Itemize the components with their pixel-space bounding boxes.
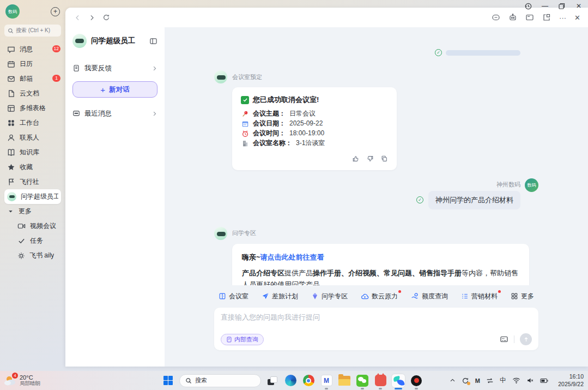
search-icon <box>185 377 192 384</box>
chat-area: ✓ 会议室预定 您已成功取 <box>165 27 588 367</box>
battery-icon[interactable] <box>540 377 549 384</box>
sidebar-item-contacts[interactable]: 联系人 <box>4 130 61 145</box>
alarm-clock-icon <box>241 129 249 137</box>
copy-icon[interactable] <box>380 155 388 163</box>
hand-coin-icon <box>411 292 419 301</box>
sidebar-item-video-meeting[interactable]: 视频会议 <box>4 219 61 233</box>
add-icon[interactable]: + <box>51 7 60 16</box>
wenxue-card: 嗨亲~请点击此处前往查看 产品介绍专区提供产品操作手册、介绍视频、常见问题、销售… <box>232 244 529 286</box>
task-view-button[interactable] <box>266 374 279 387</box>
card-view-icon[interactable] <box>525 13 534 22</box>
chip-wenxue-zone[interactable]: 问学专区 <box>311 292 348 301</box>
sidebar-toggle-icon[interactable] <box>149 37 157 45</box>
history-icon[interactable] <box>523 2 533 10</box>
annotation-icon[interactable] <box>492 13 500 22</box>
chip-meeting-room[interactable]: 会议室 <box>219 292 248 301</box>
sidebar-item-more[interactable]: 更多 <box>4 204 61 219</box>
thumbs-down-icon[interactable] <box>366 155 374 163</box>
sidebar-item-docs[interactable]: 云文档 <box>4 86 61 101</box>
start-button[interactable] <box>161 374 174 387</box>
robot-icon[interactable] <box>508 13 517 22</box>
bot-avatar[interactable] <box>214 70 227 83</box>
close-panel-icon[interactable]: ✕ <box>574 14 580 21</box>
data-transfer-icon[interactable] <box>486 377 494 385</box>
sidebar-item-aily[interactable]: 飞书 aily <box>4 248 61 263</box>
date: 2025/9/22 <box>558 381 584 388</box>
sync-icon[interactable] <box>462 377 469 385</box>
restore-button[interactable] <box>557 2 567 10</box>
weather-widget[interactable]: 4 20°C 局部晴朗 <box>4 374 64 387</box>
chevron-right-icon <box>151 111 157 117</box>
bot-avatar[interactable] <box>214 227 227 240</box>
forward-icon[interactable] <box>88 14 95 21</box>
sidebar-item-tasks[interactable]: 任务 <box>4 233 61 248</box>
bot-avatar <box>72 34 87 48</box>
bot-window-header: ··· ✕ <box>65 8 588 27</box>
bot-window: ··· ✕ 问学超级员工 我要反馈 + <box>65 8 588 367</box>
chip-marketing-material[interactable]: 营销材料 <box>461 292 498 301</box>
chip-quota-query[interactable]: 额度查询 <box>411 292 448 301</box>
sidebar-item-calendar[interactable]: 日历 <box>4 57 61 71</box>
chip-travel-plan[interactable]: 差旅计划 <box>262 292 298 301</box>
global-search-input[interactable]: 搜索 (Ctrl + K) <box>4 25 61 37</box>
sidebar-item-wiki[interactable]: 知识库 <box>4 145 61 160</box>
wifi-icon[interactable] <box>512 377 520 384</box>
sidebar-item-base[interactable]: 多维表格 <box>4 101 61 116</box>
shortcut-panel-icon[interactable] <box>500 335 508 344</box>
m-tray-icon[interactable]: M <box>475 377 480 384</box>
chrome-icon[interactable] <box>302 374 315 387</box>
sidebar-item-favorites[interactable]: 收藏 <box>4 160 61 175</box>
markdown-app-icon[interactable]: M <box>320 374 333 387</box>
feishu-icon[interactable] <box>392 374 405 387</box>
send-button[interactable] <box>520 333 532 345</box>
wechat-icon[interactable] <box>356 374 369 387</box>
sidebar-item-messages[interactable]: 消息 12 <box>4 42 61 57</box>
back-icon[interactable] <box>74 14 81 21</box>
thumbs-up-icon[interactable] <box>352 155 360 163</box>
tray-expand-icon[interactable] <box>450 377 456 383</box>
cat-app-icon[interactable] <box>374 374 387 387</box>
sidebar-item-mail[interactable]: 邮箱 1 <box>4 71 61 86</box>
edge-icon[interactable] <box>284 374 297 387</box>
sidebar-item-wenxue-bot[interactable]: 问学超级员工 <box>4 189 61 204</box>
bot-message-meeting: 会议室预定 您已成功取消会议室! 会议主题： 日常会议 <box>214 70 538 170</box>
success-check-icon <box>241 96 249 104</box>
person-icon <box>7 134 15 142</box>
go-view-link[interactable]: 请点击此处前往查看 <box>260 253 324 261</box>
chip-more[interactable]: 更多 <box>511 292 534 301</box>
new-chat-button[interactable]: + 新对话 <box>72 81 157 98</box>
close-window-button[interactable]: ✕ <box>574 2 584 10</box>
volume-muted-icon[interactable] <box>526 377 534 384</box>
message-bubble: 神州问学的产品介绍材料 <box>428 191 520 209</box>
taskbar-clock[interactable]: 16:10 2025/9/22 <box>558 373 584 388</box>
composer-input[interactable] <box>221 313 532 321</box>
pop-out-icon[interactable] <box>542 13 551 22</box>
recent-messages-item[interactable]: 最近消息 <box>72 104 157 123</box>
minimize-button[interactable]: — <box>540 2 550 10</box>
plane-icon <box>262 292 269 300</box>
feedback-item[interactable]: 我要反馈 <box>72 59 157 77</box>
user-avatar[interactable]: 数码 <box>525 178 538 192</box>
user-message: 神州数码 数码 ✓ 神州问学的产品介绍材料 <box>214 178 538 209</box>
bot-panel: 问学超级员工 我要反馈 + 新对话 最近消息 <box>65 27 165 367</box>
calendar-icon <box>7 60 15 68</box>
recent-chat-icon <box>72 110 80 117</box>
time: 16:10 <box>558 373 584 381</box>
internal-query-chip[interactable]: 内部查询 <box>221 334 264 345</box>
chat-icon <box>7 45 15 53</box>
pushpin-icon <box>241 110 249 118</box>
search-placeholder: 搜索 (Ctrl + K) <box>16 27 50 34</box>
chip-shuyun[interactable]: 数云原力 <box>361 292 398 301</box>
refresh-icon[interactable] <box>102 14 110 21</box>
video-icon <box>17 222 26 230</box>
sidebar-item-community[interactable]: 飞行社 <box>4 175 61 189</box>
plus-icon: + <box>100 86 105 94</box>
sidebar-item-workbench[interactable]: 工作台 <box>4 116 61 130</box>
ime-indicator[interactable]: 中 <box>500 376 506 385</box>
more-icon[interactable]: ··· <box>559 14 566 21</box>
calendar-emoji-icon <box>241 119 249 128</box>
recorder-icon[interactable] <box>410 374 423 387</box>
taskbar-search[interactable]: 搜索 <box>179 374 261 387</box>
file-explorer-icon[interactable] <box>338 374 351 387</box>
user-avatar[interactable]: 数码 <box>5 4 20 19</box>
